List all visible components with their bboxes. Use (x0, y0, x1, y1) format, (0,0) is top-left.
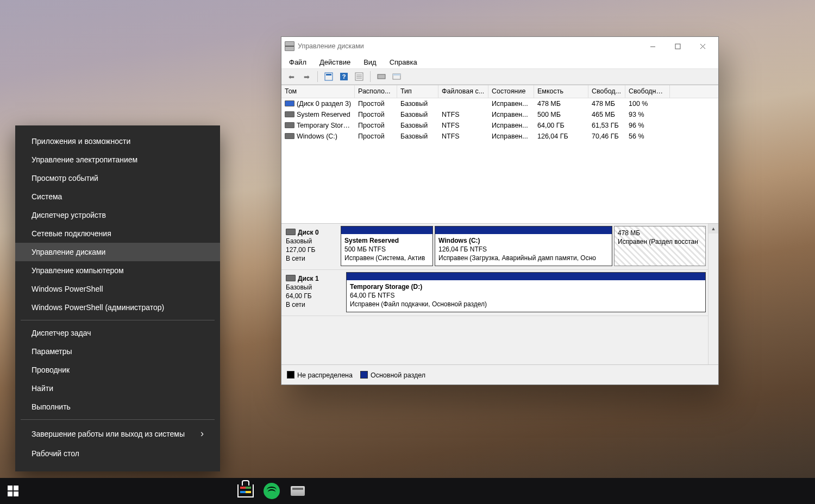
winx-context-menu[interactable]: Приложения и возможностиУправление элект… (15, 125, 220, 471)
winx-item[interactable]: Диспетчер устройств (15, 206, 220, 224)
titlebar[interactable]: Управление дисками (281, 37, 718, 55)
winx-item[interactable]: Управление компьютером (15, 261, 220, 280)
col-freepct[interactable]: Свободно % (625, 85, 670, 98)
col-fs[interactable]: Файловая с... (438, 85, 488, 98)
winx-item[interactable]: Управление дисками (15, 243, 220, 261)
volume-list[interactable]: Том Располо... Тип Файловая с... Состоян… (281, 85, 718, 223)
partition-status: Исправен (Система, Актив (344, 254, 425, 262)
col-free[interactable]: Свобод... (588, 85, 625, 98)
volume-name: Temporary Storag... (281, 120, 355, 131)
partition-status: Исправен (Загрузка, Аварийный дамп памят… (438, 254, 596, 262)
winx-item[interactable]: Система (15, 187, 220, 206)
toolbar-properties-button[interactable] (322, 70, 335, 83)
graphical-scrollbar[interactable]: ▲ (708, 224, 718, 364)
volume-layout: Простой (355, 109, 397, 120)
volume-row[interactable]: (Диск 0 раздел 3)ПростойБазовыйИсправен.… (281, 98, 718, 109)
winx-item[interactable]: Проводник (15, 361, 220, 379)
winx-item[interactable]: Управление электропитанием (15, 150, 220, 169)
col-layout[interactable]: Располо... (355, 85, 397, 98)
partition-sub: 478 МБ (618, 229, 640, 237)
disk-state: В сети (286, 300, 343, 309)
winx-item[interactable]: Сетевые подключения (15, 224, 220, 243)
svg-text:?: ? (342, 73, 346, 80)
toolbar: ⬅ ➡ ? (281, 68, 718, 85)
legend-swatch-blue (360, 371, 368, 379)
volume-row[interactable]: System ReservedПростойБазовыйNTFSИсправе… (281, 109, 718, 120)
menu-view[interactable]: Вид (361, 57, 379, 67)
svg-rect-14 (393, 74, 400, 75)
volume-list-header[interactable]: Том Располо... Тип Файловая с... Состоян… (281, 85, 718, 98)
nav-back-button[interactable]: ⬅ (285, 70, 298, 83)
nav-forward-button[interactable]: ➡ (300, 70, 313, 83)
partition-sub: 64,00 ГБ NTFS (350, 292, 394, 299)
partition-header (341, 226, 432, 234)
volume-fs (438, 98, 488, 109)
legend-unallocated: Не распределена (287, 371, 353, 379)
svg-rect-15 (8, 486, 12, 490)
volume-type: Базовый (397, 131, 438, 142)
taskbar-store-icon[interactable] (233, 478, 259, 504)
partition[interactable]: System Reserved500 МБ NTFSИсправен (Сист… (341, 226, 433, 266)
partition-sub: 126,04 ГБ NTFS (438, 245, 487, 253)
winx-item[interactable]: Рабочий стол (15, 444, 220, 463)
menu-help[interactable]: Справка (387, 57, 419, 67)
legend-primary: Основной раздел (360, 371, 425, 379)
partition[interactable]: Windows (C:)126,04 ГБ NTFSИсправен (Загр… (435, 226, 612, 266)
disk-info: Диск 1Базовый64,00 ГБВ сети (281, 272, 346, 312)
col-type[interactable]: Тип (397, 85, 438, 98)
volume-capacity: 478 МБ (534, 98, 588, 109)
menu-file[interactable]: Файл (287, 57, 309, 67)
svg-line-3 (700, 44, 705, 49)
winx-item[interactable]: Найти (15, 379, 220, 398)
winx-item[interactable]: Windows PowerShell (администратор) (15, 298, 220, 317)
volume-name: (Диск 0 раздел 3) (281, 98, 355, 109)
col-capacity[interactable]: Емкость (534, 85, 588, 98)
toolbar-help-button[interactable]: ? (337, 70, 350, 83)
minimize-button[interactable] (640, 38, 665, 54)
maximize-button[interactable] (665, 38, 690, 54)
scroll-up-button[interactable]: ▲ (709, 224, 718, 234)
disk-graphical-view[interactable]: Диск 0Базовый127,00 ГБВ сетиSystem Reser… (281, 223, 718, 364)
disk-management-window[interactable]: Управление дисками Файл Действие Вид Спр… (281, 36, 719, 385)
disk-partitions: System Reserved500 МБ NTFSИсправен (Сист… (341, 226, 706, 266)
winx-item[interactable]: Параметры (15, 342, 220, 361)
toolbar-disk-button[interactable] (375, 70, 388, 83)
winx-item[interactable]: Просмотр событий (15, 169, 220, 187)
volume-capacity: 64,00 ГБ (534, 120, 588, 131)
menubar: Файл Действие Вид Справка (281, 55, 718, 68)
spotify-icon (264, 483, 280, 499)
menu-separator (21, 419, 215, 420)
winx-item[interactable]: Завершение работы или выход из системы (15, 423, 220, 444)
svg-rect-17 (8, 492, 12, 496)
winx-item[interactable]: Диспетчер задач (15, 324, 220, 342)
partition[interactable]: 478 МБИсправен (Раздел восстан (614, 226, 706, 266)
taskbar-diskmgmt-icon[interactable] (285, 478, 311, 504)
volume-free: 70,46 ГБ (588, 131, 625, 142)
start-button[interactable] (0, 478, 26, 504)
volume-row[interactable]: Windows (C:)ПростойБазовыйNTFSИсправен..… (281, 131, 718, 142)
menu-action[interactable]: Действие (317, 57, 353, 67)
svg-rect-18 (14, 492, 18, 496)
volume-type: Базовый (397, 98, 438, 109)
col-volume[interactable]: Том (281, 85, 355, 98)
close-button[interactable] (690, 38, 715, 54)
partition-header (347, 273, 705, 280)
col-status[interactable]: Состояние (488, 85, 534, 98)
winx-item[interactable]: Windows PowerShell (15, 280, 220, 298)
volume-capacity: 500 МБ (534, 109, 588, 120)
disk-block[interactable]: Диск 1Базовый64,00 ГБВ сетиTemporary Sto… (281, 270, 708, 316)
volume-row[interactable]: Temporary Storag...ПростойБазовыйNTFSИсп… (281, 120, 718, 131)
partition-title: Windows (C:) (438, 237, 480, 244)
volume-icon (285, 122, 294, 128)
volume-status: Исправен... (488, 98, 534, 109)
disk-block[interactable]: Диск 0Базовый127,00 ГБВ сетиSystem Reser… (281, 224, 708, 270)
toolbar-volume-button[interactable] (390, 70, 403, 83)
svg-line-2 (700, 44, 705, 49)
volume-capacity: 126,04 ГБ (534, 131, 588, 142)
taskbar[interactable] (0, 478, 815, 504)
partition[interactable]: Temporary Storage (D:)64,00 ГБ NTFSИспра… (346, 272, 706, 312)
taskbar-spotify-icon[interactable] (259, 478, 285, 504)
winx-item[interactable]: Приложения и возможности (15, 132, 220, 150)
toolbar-list-button[interactable] (353, 70, 366, 83)
winx-item[interactable]: Выполнить (15, 398, 220, 416)
